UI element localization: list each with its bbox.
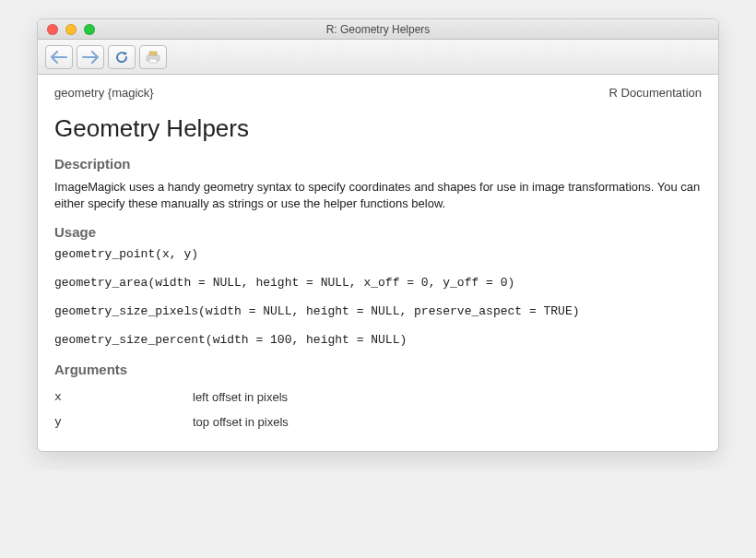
table-row: y top offset in pixels — [54, 410, 702, 434]
arrow-left-icon — [51, 51, 67, 64]
toolbar — [38, 40, 718, 75]
reload-button[interactable] — [108, 45, 136, 69]
app-window: R: Geometry Helpers — [37, 18, 719, 452]
titlebar: R: Geometry Helpers — [38, 19, 718, 40]
zoom-window-button[interactable] — [84, 24, 95, 35]
usage-line: geometry_area(width = NULL, height = NUL… — [54, 276, 702, 291]
print-button[interactable] — [139, 45, 167, 69]
close-window-button[interactable] — [47, 24, 58, 35]
table-row: x left offset in pixels — [54, 385, 702, 410]
refresh-icon — [114, 50, 129, 65]
forward-button[interactable] — [77, 45, 104, 69]
section-arguments-heading: Arguments — [54, 362, 702, 377]
svg-rect-0 — [149, 52, 157, 55]
arguments-table: x left offset in pixels y top offset in … — [54, 385, 702, 434]
printer-icon — [146, 51, 160, 64]
minimize-window-button[interactable] — [65, 24, 77, 35]
description-text: ImageMagick uses a handy geometry syntax… — [54, 179, 702, 211]
arg-name: y — [54, 410, 193, 434]
arg-desc: left offset in pixels — [193, 385, 702, 410]
document-content: geometry {magick} R Documentation Geomet… — [38, 75, 718, 451]
usage-line: geometry_size_pixels(width = NULL, heigh… — [54, 304, 702, 320]
svg-rect-2 — [149, 59, 157, 63]
arg-desc: top offset in pixels — [193, 410, 702, 434]
usage-line: geometry_size_percent(width = 100, heigh… — [54, 333, 702, 349]
section-description-heading: Description — [54, 156, 702, 172]
topic-package-label: geometry {magick} — [54, 86, 154, 100]
window-title: R: Geometry Helpers — [38, 23, 718, 36]
page-title: Geometry Helpers — [54, 114, 702, 143]
section-usage-heading: Usage — [54, 224, 702, 240]
doc-type-label: R Documentation — [609, 86, 702, 100]
usage-block: geometry_point(x, y) geometry_area(width… — [54, 247, 702, 349]
usage-line: geometry_point(x, y) — [54, 247, 702, 263]
arg-name: x — [54, 385, 193, 410]
arrow-right-icon — [82, 51, 99, 64]
doc-header: geometry {magick} R Documentation — [54, 86, 702, 100]
back-button[interactable] — [45, 45, 73, 69]
traffic-lights — [38, 24, 95, 35]
